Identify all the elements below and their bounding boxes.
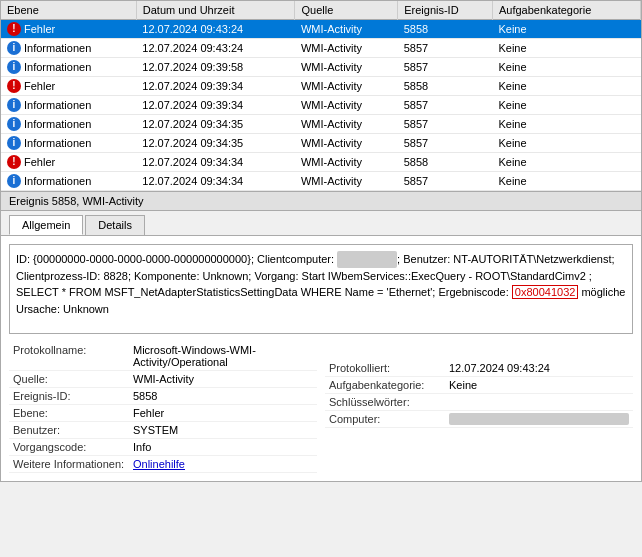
field-label: Protokolliert: (329, 362, 449, 374)
cell-id: 5857 (398, 134, 493, 153)
field-label: Aufgabenkategorie: (329, 379, 449, 391)
cell-id: 5857 (398, 39, 493, 58)
cell-ebene: iInformationen (1, 96, 136, 115)
desc-blurred (337, 251, 397, 268)
desc-prefix: ID: {00000000-0000-0000-0000-00000000000… (16, 253, 337, 265)
cell-ebene: iInformationen (1, 58, 136, 77)
table-row[interactable]: iInformationen 12.07.2024 09:34:35 WMI-A… (1, 115, 641, 134)
detail-header: Ereignis 5858, WMI-Activity (1, 192, 641, 211)
cell-id: 5857 (398, 96, 493, 115)
col-ebene[interactable]: Ebene (1, 1, 136, 20)
field-value: Fehler (133, 407, 313, 419)
cell-aufgabe: Keine (492, 172, 640, 191)
error-icon: ! (7, 155, 21, 169)
field-row: Protokolliert: 12.07.2024 09:43:24 (325, 360, 633, 377)
cell-quelle: WMI-Activity (295, 115, 398, 134)
field-label: Vorgangscode: (13, 441, 133, 453)
cell-datum: 12.07.2024 09:43:24 (136, 20, 295, 39)
info-icon: i (7, 174, 21, 188)
cell-aufgabe: Keine (492, 20, 640, 39)
cell-ebene: iInformationen (1, 39, 136, 58)
cell-id: 5857 (398, 58, 493, 77)
cell-aufgabe: Keine (492, 115, 640, 134)
cell-aufgabe: Keine (492, 77, 640, 96)
col-quelle[interactable]: Quelle (295, 1, 398, 20)
cell-aufgabe: Keine (492, 153, 640, 172)
field-value: WMI-Activity (133, 373, 313, 385)
cell-id: 5858 (398, 77, 493, 96)
col-id[interactable]: Ereignis-ID (398, 1, 493, 20)
field-value: Keine (449, 379, 629, 391)
cell-ebene: iInformationen (1, 172, 136, 191)
cell-id: 5858 (398, 153, 493, 172)
field-row: Quelle: WMI-Activity (9, 371, 317, 388)
fields-left: Protokollname: Microsoft-Windows-WMI-Act… (9, 342, 317, 473)
cell-datum: 12.07.2024 09:34:34 (136, 172, 295, 191)
field-label: Weitere Informationen: (13, 458, 133, 470)
cell-ebene: !Fehler (1, 77, 136, 96)
fields-right: Protokolliert: 12.07.2024 09:43:24 Aufga… (325, 342, 633, 473)
table-row[interactable]: !Fehler 12.07.2024 09:34:34 WMI-Activity… (1, 153, 641, 172)
tab-details[interactable]: Details (85, 215, 145, 235)
cell-quelle: WMI-Activity (295, 58, 398, 77)
event-description: ID: {00000000-0000-0000-0000-00000000000… (9, 244, 633, 334)
col-datum[interactable]: Datum und Uhrzeit (136, 1, 295, 20)
cell-aufgabe: Keine (492, 134, 640, 153)
field-row: Computer: (325, 411, 633, 428)
info-icon: i (7, 136, 21, 150)
field-value: 12.07.2024 09:43:24 (449, 362, 629, 374)
cell-id: 5857 (398, 115, 493, 134)
cell-ebene: !Fehler (1, 153, 136, 172)
cell-aufgabe: Keine (492, 58, 640, 77)
field-label: Ereignis-ID: (13, 390, 133, 402)
field-label: Protokollname: (13, 344, 133, 368)
field-label: Computer: (329, 413, 449, 425)
cell-id: 5857 (398, 172, 493, 191)
field-label: Ebene: (13, 407, 133, 419)
field-value: Info (133, 441, 313, 453)
cell-aufgabe: Keine (492, 96, 640, 115)
field-row: Ebene: Fehler (9, 405, 317, 422)
field-row: Ereignis-ID: 5858 (9, 388, 317, 405)
cell-datum: 12.07.2024 09:34:34 (136, 153, 295, 172)
table-row[interactable]: iInformationen 12.07.2024 09:43:24 WMI-A… (1, 39, 641, 58)
field-row: Aufgabenkategorie: Keine (325, 377, 633, 394)
cell-id: 5858 (398, 20, 493, 39)
field-value (449, 396, 629, 408)
info-icon: i (7, 60, 21, 74)
table-row[interactable]: iInformationen 12.07.2024 09:39:58 WMI-A… (1, 58, 641, 77)
detail-panel: Ereignis 5858, WMI-Activity Allgemein De… (0, 192, 642, 482)
field-label: Benutzer: (13, 424, 133, 436)
cell-quelle: WMI-Activity (295, 172, 398, 191)
field-value: Microsoft-Windows-WMI-Activity/Operation… (133, 344, 313, 368)
cell-datum: 12.07.2024 09:39:34 (136, 77, 295, 96)
cell-quelle: WMI-Activity (295, 77, 398, 96)
event-table: Ebene Datum und Uhrzeit Quelle Ereignis-… (1, 1, 641, 191)
table-row[interactable]: iInformationen 12.07.2024 09:34:34 WMI-A… (1, 172, 641, 191)
cell-aufgabe: Keine (492, 39, 640, 58)
cell-ebene: iInformationen (1, 134, 136, 153)
field-value: SYSTEM (133, 424, 313, 436)
event-table-section: Ebene Datum und Uhrzeit Quelle Ereignis-… (0, 0, 642, 192)
field-label: Schlüsselwörter: (329, 396, 449, 408)
field-row: Weitere Informationen: Onlinehilfe (9, 456, 317, 473)
field-value[interactable]: Onlinehilfe (133, 458, 313, 470)
cell-datum: 12.07.2024 09:39:58 (136, 58, 295, 77)
field-row: Vorgangscode: Info (9, 439, 317, 456)
table-row[interactable]: !Fehler 12.07.2024 09:39:34 WMI-Activity… (1, 77, 641, 96)
tab-allgemein[interactable]: Allgemein (9, 215, 83, 235)
cell-datum: 12.07.2024 09:34:35 (136, 134, 295, 153)
detail-tabs: Allgemein Details (1, 211, 641, 236)
table-row[interactable]: iInformationen 12.07.2024 09:34:35 WMI-A… (1, 134, 641, 153)
field-row: Protokollname: Microsoft-Windows-WMI-Act… (9, 342, 317, 371)
cell-ebene: !Fehler (1, 20, 136, 39)
table-row[interactable]: iInformationen 12.07.2024 09:39:34 WMI-A… (1, 96, 641, 115)
info-icon: i (7, 117, 21, 131)
info-icon: i (7, 98, 21, 112)
col-aufgabe[interactable]: Aufgabenkategorie (492, 1, 640, 20)
field-row: Schlüsselwörter: (325, 394, 633, 411)
error-icon: ! (7, 22, 21, 36)
cell-quelle: WMI-Activity (295, 39, 398, 58)
cell-quelle: WMI-Activity (295, 20, 398, 39)
table-row[interactable]: !Fehler 12.07.2024 09:43:24 WMI-Activity… (1, 20, 641, 39)
